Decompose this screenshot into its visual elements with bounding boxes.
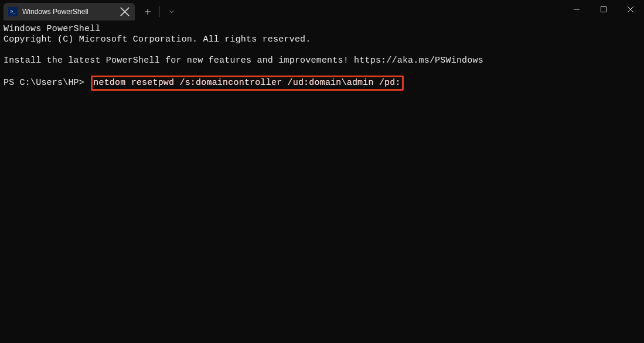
maximize-button[interactable]	[590, 0, 617, 19]
close-icon	[628, 6, 633, 12]
terminal-command: netdom resetpwd /s:domaincontroller /ud:…	[93, 78, 400, 88]
svg-rect-5	[601, 7, 606, 12]
window-controls	[563, 0, 644, 19]
terminal-prompt: PS C:\Users\HP>	[4, 78, 84, 88]
terminal-line: Windows PowerShell	[4, 24, 101, 34]
terminal-line: Copyright (C) Microsoft Corporation. All…	[4, 35, 311, 44]
powershell-icon	[8, 7, 18, 16]
chevron-down-icon	[169, 9, 175, 15]
tab-dropdown-button[interactable]	[163, 4, 180, 20]
new-tab-button[interactable]	[139, 4, 156, 20]
close-tab-button[interactable]	[120, 6, 130, 17]
titlebar: Windows PowerShell	[0, 0, 644, 20]
maximize-icon	[601, 6, 606, 12]
close-icon	[120, 6, 130, 17]
tabstrip-divider	[159, 6, 160, 17]
minimize-button[interactable]	[563, 0, 590, 19]
minimize-icon	[574, 6, 580, 12]
tab-title: Windows PowerShell	[22, 8, 120, 16]
tab-powershell[interactable]: Windows PowerShell	[4, 3, 135, 20]
terminal-line: Install the latest PowerShell for new fe…	[4, 56, 483, 66]
terminal-output[interactable]: Windows PowerShell Copyright (C) Microso…	[0, 20, 644, 93]
command-highlight: netdom resetpwd /s:domaincontroller /ud:…	[91, 76, 403, 91]
tabstrip-actions	[139, 3, 180, 20]
close-window-button[interactable]	[617, 0, 644, 19]
plus-icon	[144, 8, 151, 15]
